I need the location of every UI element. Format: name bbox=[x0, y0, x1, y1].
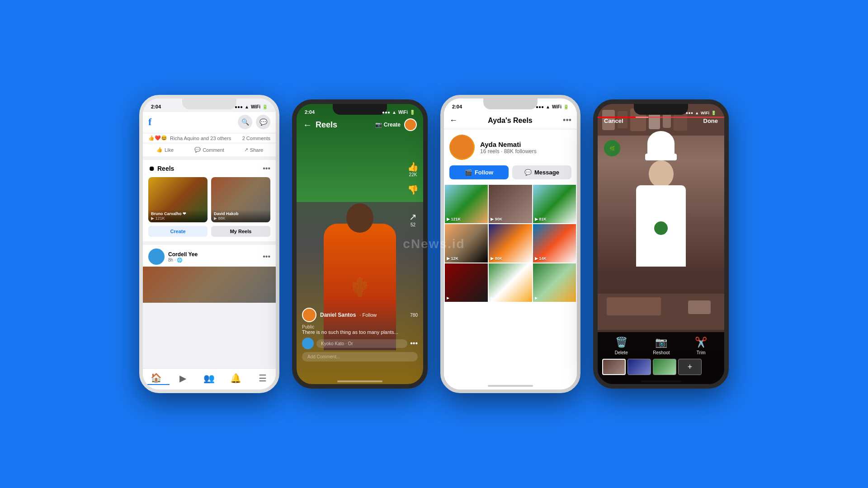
post-author-row: Cordell Yee 8h · 🌐 ••• bbox=[143, 245, 276, 267]
video-clip-add[interactable]: + bbox=[678, 359, 702, 375]
share-button[interactable]: ↗ Share bbox=[231, 144, 276, 155]
chef-figure bbox=[625, 131, 697, 289]
status-bar-2: 2:04 ●●●▲WiFi🔋 bbox=[297, 104, 423, 117]
post-author-avatar bbox=[148, 249, 165, 265]
delete-action[interactable]: 🗑️ Delete bbox=[615, 337, 628, 355]
back-arrow-icon[interactable]: ← bbox=[303, 120, 312, 130]
video-clip-2[interactable] bbox=[627, 359, 651, 375]
phone4-screen: 🌿 ●●●▲WiFi🔋 Cancel Done bbox=[598, 104, 724, 384]
back-arrow-icon-3[interactable]: ← bbox=[449, 116, 458, 125]
search-icon[interactable]: 🔍 bbox=[238, 115, 252, 129]
nav-groups[interactable]: 👥 bbox=[196, 372, 223, 385]
post-more-icon[interactable]: ••• bbox=[263, 253, 270, 261]
commenter-avatar bbox=[302, 338, 314, 349]
post-author-details: Cordell Yee 8h · 🌐 bbox=[168, 251, 198, 263]
kitchen-counter bbox=[598, 294, 724, 330]
follow-button[interactable]: 🎬 Follow bbox=[449, 165, 509, 179]
reel-author-row: Daniel Santos · Follow 780 bbox=[302, 308, 418, 322]
nav-notifications[interactable]: 🔔 bbox=[222, 372, 249, 385]
like-button[interactable]: 👍 Like bbox=[143, 144, 187, 155]
trim-action[interactable]: ✂️ Trim bbox=[695, 337, 707, 355]
reel-grid-cell-1[interactable]: ▶ ▶ 121K bbox=[445, 185, 488, 223]
done-button[interactable]: Done bbox=[703, 117, 718, 124]
nav-menu[interactable]: ☰ bbox=[249, 372, 276, 385]
reel-grid-cell-2[interactable]: ▶ ▶ 90K bbox=[489, 185, 532, 223]
post-actions: 👍 Like 💬 Comment ↗ Share bbox=[143, 143, 276, 156]
reel-grid-cell-3[interactable]: ▶ ▶ 81K bbox=[533, 185, 576, 223]
phone-4: 🌿 ●●●▲WiFi🔋 Cancel Done bbox=[593, 99, 729, 389]
fb-header: f 🔍 💬 bbox=[143, 112, 276, 133]
reel-grid-cell-4[interactable]: ▶ ▶ 12K bbox=[445, 224, 488, 263]
reaction-emojis: 👍❤️😆 Richa Aquino and 23 others bbox=[148, 135, 231, 141]
reel-caption: Public There is no such thing as too man… bbox=[302, 324, 418, 335]
add-comment-input[interactable]: Add Comment... bbox=[302, 352, 418, 361]
profile-actions: 🎬 Follow 💬 Message bbox=[444, 165, 577, 185]
add-comment-row: Add Comment... bbox=[302, 352, 418, 361]
reel-like-action[interactable]: 👍 22K bbox=[407, 161, 419, 177]
reels-grid-3x3: ▶ ▶ 121K ▶ ▶ 90K ▶ ▶ 81K ▶ ▶ 12K ▶ bbox=[444, 185, 577, 302]
post-reactions: 👍❤️😆 Richa Aquino and 23 others 2 Commen… bbox=[143, 133, 276, 143]
messenger-icon[interactable]: 💬 bbox=[256, 115, 270, 129]
reel-header-left: ← Reels bbox=[303, 120, 337, 130]
time-1: 2:04 bbox=[151, 104, 161, 109]
comment-button[interactable]: 💬 Comment bbox=[187, 144, 231, 155]
video-clip-3[interactable] bbox=[653, 359, 676, 375]
phone1-screen: 2:04 ●●● ▲ WiFi 🔋 f 🔍 💬 bbox=[143, 99, 276, 389]
reel-share-action[interactable]: ↗ 52 bbox=[409, 211, 417, 227]
home-indicator-2 bbox=[337, 380, 382, 382]
status-icons-1: ●●● ▲ WiFi 🔋 bbox=[235, 104, 268, 109]
notch-3 bbox=[483, 99, 538, 109]
video-clip-1[interactable] bbox=[602, 359, 626, 375]
message-button[interactable]: 💬 Message bbox=[512, 165, 571, 179]
reel-thumb-1[interactable]: Bruno Carvalho ❤ ▶ 121K bbox=[148, 177, 208, 222]
nav-watch[interactable]: ▶ bbox=[170, 372, 196, 385]
create-reel-button[interactable]: Create bbox=[148, 226, 208, 237]
video-actions: 🗑️ Delete 📷 Reshoot ✂️ Trim bbox=[598, 337, 724, 359]
my-reels-button[interactable]: My Reels bbox=[211, 226, 270, 237]
reel-grid-cell-7[interactable]: ▶ bbox=[445, 263, 488, 302]
reel-grid-cell-8[interactable]: ▶ bbox=[489, 263, 532, 302]
reel-create-button[interactable]: 📷 Create bbox=[375, 122, 401, 128]
video-bottom: 🗑️ Delete 📷 Reshoot ✂️ Trim bbox=[598, 332, 724, 384]
profile-more-icon[interactable]: ••• bbox=[563, 116, 571, 125]
phone-2: 🌵 2:04 ●●●▲WiFi🔋 ← Reels bbox=[292, 99, 428, 389]
reel-dislike-action[interactable]: 👎 bbox=[407, 184, 419, 195]
reel-grid-cell-5[interactable]: ▶ ▶ 80K bbox=[489, 224, 532, 263]
fb-header-icons: 🔍 💬 bbox=[238, 115, 270, 129]
nav-home[interactable]: 🏠 bbox=[143, 371, 170, 385]
status-bar-4: ●●●▲WiFi🔋 bbox=[598, 105, 724, 118]
reels-section: ⏺ Reels ••• Bruno Carvalho ❤ ▶ 121K bbox=[143, 160, 276, 241]
reel-header: ← Reels 📷 Create bbox=[297, 118, 423, 131]
reel-grid-cell-6[interactable]: ▶ ▶ 14K bbox=[533, 224, 576, 263]
cancel-button[interactable]: Cancel bbox=[604, 117, 623, 124]
post-section: 👍❤️😆 Richa Aquino and 23 others 2 Commen… bbox=[143, 133, 276, 156]
video-clips-row: + bbox=[598, 359, 724, 375]
reels-header: ⏺ Reels ••• bbox=[148, 164, 270, 173]
profile-avatar bbox=[449, 135, 475, 160]
phone-3: 2:04 ●●●▲WiFi🔋 ← Ayda's Reels ••• Ayda N… bbox=[440, 95, 580, 393]
video-header: Cancel Done bbox=[598, 117, 724, 124]
reel-header-right: 📷 Create bbox=[375, 118, 417, 131]
reshoot-action[interactable]: 📷 Reshoot bbox=[653, 337, 670, 355]
reel-author-avatar bbox=[302, 308, 316, 322]
phone3-screen: 2:04 ●●●▲WiFi🔋 ← Ayda's Reels ••• Ayda N… bbox=[444, 99, 577, 389]
profile-header: ← Ayda's Reels ••• bbox=[444, 112, 577, 129]
reel-actions-right: 👍 22K 👎 ↗ 52 bbox=[407, 161, 419, 227]
bottom-nav: 🏠 ▶ 👥 🔔 ☰ bbox=[143, 368, 276, 389]
reel-comment-row: Kyoko Kato · Or ••• bbox=[302, 338, 418, 349]
reel-overlay-2: David Hakob ▶ 88K bbox=[211, 210, 270, 222]
comment-author-label: Kyoko Kato · Or bbox=[316, 339, 407, 348]
reels-more-icon[interactable]: ••• bbox=[263, 164, 270, 173]
profile-info-row: Ayda Nemati 16 reels · 88K followers bbox=[444, 129, 577, 165]
phone-1: 2:04 ●●● ▲ WiFi 🔋 f 🔍 💬 bbox=[139, 95, 279, 393]
reel-grid-cell-9[interactable]: ▶ bbox=[533, 263, 576, 302]
reel-user-avatar[interactable] bbox=[404, 118, 417, 131]
home-indicator-3 bbox=[488, 385, 533, 387]
video-logo: 🌿 bbox=[604, 140, 620, 156]
reels-title: ⏺ Reels bbox=[148, 165, 174, 172]
comment-more-icon[interactable]: ••• bbox=[410, 339, 418, 347]
play-icon-7: ▶ bbox=[447, 296, 449, 300]
reel-overlay-1: Bruno Carvalho ❤ ▶ 121K bbox=[148, 210, 208, 222]
reel-thumb-2[interactable]: David Hakob ▶ 88K bbox=[211, 177, 270, 222]
post-author-info: Cordell Yee 8h · 🌐 bbox=[148, 249, 198, 265]
